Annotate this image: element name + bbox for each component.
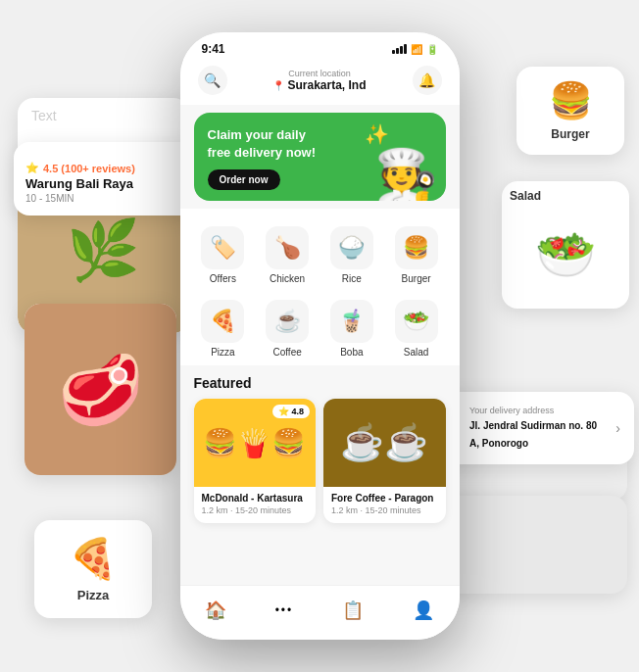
delivery-card-inner: 📍 Your delivery address Jl. Jendral Sudi… <box>442 406 620 451</box>
nav-orders[interactable]: 📋 <box>330 596 375 625</box>
fore-food-icon: ☕☕ <box>340 422 428 463</box>
notification-button[interactable]: 🔔 <box>413 66 442 95</box>
text-card: Text 🌿 <box>18 98 189 333</box>
banner-illustration: 🧑‍🍳 <box>374 150 438 201</box>
battery-icon: 🔋 <box>426 44 438 55</box>
salad-image: 🥗 <box>502 211 629 299</box>
location-label: Current location <box>227 69 413 78</box>
featured-section: Featured 🍔🍟🍔 ⭐ 4.8 McDonald - Kartasura … <box>180 365 460 523</box>
steak-card: 🥩 <box>25 304 176 475</box>
more-icon: ••• <box>275 603 294 617</box>
banner-text: Claim your daily free delivery now! <box>208 126 345 162</box>
location-value: 📍 Surakarta, Ind <box>227 78 413 92</box>
chicken-label: Chicken <box>270 273 305 284</box>
phone-frame: 9:41 📶 🔋 🔍 Current location 📍 <box>180 32 460 640</box>
pizza-label: Pizza <box>211 347 234 358</box>
restaurant-card: ⭐ 4.5 (100+ reviews) Warung Bali Raya 10… <box>14 142 200 216</box>
offers-label: Offers <box>210 273 236 284</box>
location-pin-icon: 📍 <box>272 80 284 91</box>
text-card-label: Text <box>31 108 57 123</box>
bell-icon: 🔔 <box>418 72 435 88</box>
orders-icon: 📋 <box>342 600 364 621</box>
coffee-label: Coffee <box>272 347 301 358</box>
delivery-arrow-icon: › <box>615 420 620 436</box>
promo-banner: Claim your daily free delivery now! Orde… <box>194 113 446 201</box>
delivery-label: Your delivery address <box>469 406 608 415</box>
featured-card-mcd[interactable]: 🍔🍟🍔 ⭐ 4.8 McDonald - Kartasura 1.2 km · … <box>194 399 317 523</box>
mcd-food-icon: 🍔🍟🍔 <box>203 427 306 459</box>
pizza-icon-wrap: 🍕 <box>201 300 244 343</box>
status-time: 9:41 <box>202 42 225 56</box>
pizza-icon: 🍕 <box>210 309 236 334</box>
fore-image: ☕☕ <box>323 399 446 487</box>
salad-card: Salad 🥗 <box>502 181 629 309</box>
delivery-card[interactable]: 📍 Your delivery address Jl. Jendral Sudi… <box>428 392 634 464</box>
location-text: Surakarta, Ind <box>287 78 366 92</box>
restaurant-info: ⭐ 4.5 (100+ reviews) Warung Bali Raya 10… <box>25 162 188 204</box>
profile-icon: 👤 <box>413 600 434 621</box>
burger-label: Burger <box>402 273 431 284</box>
pizza-card-label: Pizza <box>77 588 110 602</box>
location-display: Current location 📍 Surakarta, Ind <box>227 69 413 92</box>
mcd-rating: 4.8 <box>291 407 304 416</box>
restaurant-rating: ⭐ 4.5 (100+ reviews) <box>25 162 188 174</box>
offers-icon: 🏷️ <box>210 235 236 261</box>
burger-icon: 🍔 <box>549 80 593 121</box>
banner-star-icon: ✨ <box>365 122 389 146</box>
steak-image: 🥩 <box>25 304 176 475</box>
nav-profile[interactable]: 👤 <box>401 596 446 625</box>
fore-name: Fore Coffee - Paragon <box>331 493 438 504</box>
burger-icon: 🍔 <box>403 235 429 261</box>
restaurant-name: Warung Bali Raya <box>25 176 188 191</box>
category-burger[interactable]: 🍔 Burger <box>387 218 446 292</box>
nav-home[interactable]: 🏠 <box>193 596 238 625</box>
order-now-button[interactable]: Order now <box>208 169 280 190</box>
category-rice[interactable]: 🍚 Rice <box>322 218 381 292</box>
search-button[interactable]: 🔍 <box>198 66 227 95</box>
rice-icon: 🍚 <box>338 235 365 261</box>
delivery-text: Your delivery address Jl. Jendral Sudirm… <box>469 406 608 451</box>
categories-section: 🏷️ Offers 🍗 Chicken 🍚 Rice 🍔 Burger <box>180 209 460 365</box>
delivery-address: Jl. Jendral Sudirman no. 80 A, Ponorogo <box>469 420 597 449</box>
restaurant-time: 10 - 15MIN <box>25 193 188 204</box>
category-pizza[interactable]: 🍕 Pizza <box>194 292 253 365</box>
banner-line2: free delivery now! <box>208 145 317 160</box>
pizza-icon: 🍕 <box>69 536 118 582</box>
category-coffee[interactable]: ☕ Coffee <box>258 292 317 365</box>
signal-icon <box>392 44 407 54</box>
category-chicken[interactable]: 🍗 Chicken <box>258 218 317 292</box>
home-icon: 🏠 <box>205 600 226 621</box>
category-boba[interactable]: 🧋 Boba <box>322 292 381 365</box>
category-salad[interactable]: 🥗 Salad <box>387 292 446 365</box>
categories-grid-row1: 🏷️ Offers 🍗 Chicken 🍚 Rice 🍔 Burger <box>194 218 446 292</box>
chicken-icon-wrap: 🍗 <box>266 226 309 269</box>
burger-icon-wrap: 🍔 <box>395 226 438 269</box>
categories-grid-row2: 🍕 Pizza ☕ Coffee 🧋 Boba 🥗 Salad <box>194 292 446 365</box>
chicken-icon: 🍗 <box>274 235 301 261</box>
category-offers[interactable]: 🏷️ Offers <box>194 218 253 292</box>
mcd-image: 🍔🍟🍔 ⭐ 4.8 <box>194 399 317 487</box>
boba-icon-wrap: 🧋 <box>330 300 373 343</box>
mcd-rating-badge: ⭐ 4.8 <box>272 405 310 418</box>
boba-label: Boba <box>340 347 363 358</box>
salad-icon: 🥗 <box>403 309 429 334</box>
pizza-card: 🍕 Pizza <box>34 520 152 618</box>
rice-label: Rice <box>342 273 362 284</box>
featured-card-fore[interactable]: ☕☕ Fore Coffee - Paragon 1.2 km · 15-20 … <box>323 399 446 523</box>
app-header: 🔍 Current location 📍 Surakarta, Ind 🔔 <box>180 60 460 105</box>
featured-title: Featured <box>194 375 446 391</box>
salad-label: Salad <box>404 347 429 358</box>
salad-icon-wrap: 🥗 <box>395 300 438 343</box>
featured-grid: 🍔🍟🍔 ⭐ 4.8 McDonald - Kartasura 1.2 km · … <box>194 399 446 523</box>
mcd-name: McDonald - Kartasura <box>202 493 309 504</box>
boba-icon: 🧋 <box>338 309 365 334</box>
search-icon: 🔍 <box>204 72 221 88</box>
phone-screen: 9:41 📶 🔋 🔍 Current location 📍 <box>180 32 460 640</box>
salad-card-label: Salad <box>502 181 629 211</box>
banner-line1: Claim your daily <box>208 127 306 142</box>
fore-info: Fore Coffee - Paragon 1.2 km · 15-20 min… <box>323 487 446 523</box>
nav-more[interactable]: ••• <box>264 600 306 621</box>
bottom-navigation: 🏠 ••• 📋 👤 <box>180 585 460 640</box>
burger-card: 🍔 Burger <box>516 67 624 155</box>
offers-icon-wrap: 🏷️ <box>201 226 244 269</box>
